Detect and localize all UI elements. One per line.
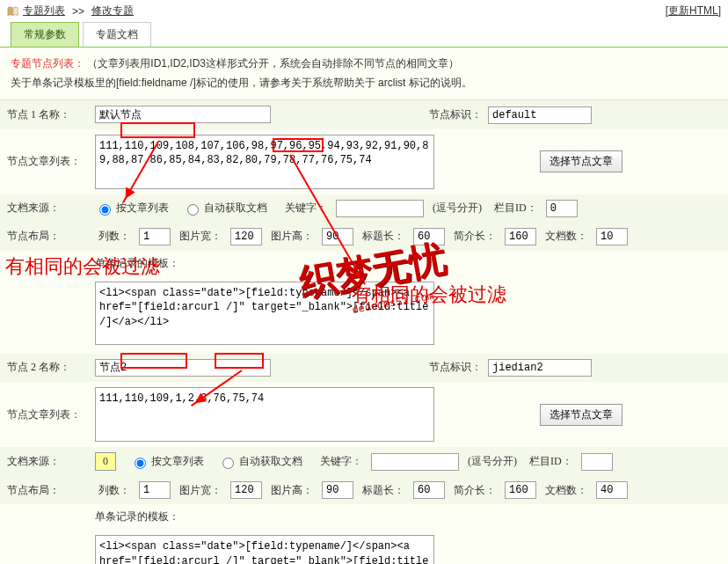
node1-imgw-input[interactable] [230,228,262,245]
node2-imgh-input[interactable] [322,481,353,499]
node1-cols-input[interactable] [139,228,171,245]
node1-layout-label: 节点布局： [0,223,88,251]
node2-layout-label: 节点布局： [0,476,88,504]
hint-line1: （文章列表用ID1,ID2,ID3这样形式分开，系统会自动排除不同节点的相同文章… [87,57,459,70]
update-html-link[interactable]: [更新HTML] [666,4,721,18]
node2-doccount-input[interactable] [596,481,628,499]
breadcrumb-sep: >> [72,5,84,18]
node2-template-textarea[interactable] [95,535,434,564]
node2-name-label: 节点 2 名称： [0,354,88,383]
breadcrumb-edit-link[interactable]: 修改专题 [91,4,134,18]
node2-articles-label: 节点文章列表： [0,382,88,447]
node2-mark-input[interactable] [488,359,592,377]
node1-introlen-input[interactable] [505,228,536,245]
node2-select-articles-button[interactable]: 选择节点文章 [540,404,622,426]
node1-imgh-input[interactable] [322,228,353,245]
node2-source-auto-radio[interactable]: 自动获取文档 [218,454,302,469]
node2-mark-label: 节点标识： [429,361,482,373]
node1-mark-label: 节点标识： [429,108,482,121]
node2-titlelen-input[interactable] [413,481,445,499]
hint-bar: 专题节点列表： （文章列表用ID1,ID2,ID3这样形式分开，系统会自动排除不… [0,48,728,100]
hint-title: 专题节点列表： [11,57,84,70]
node2-imgw-input[interactable] [230,481,262,499]
node1-articles-textarea[interactable] [95,135,434,189]
keyword-label: 关键字： [285,201,327,216]
node1-titlelen-input[interactable] [413,228,445,245]
book-icon [7,6,19,17]
node1-mark-input[interactable] [488,106,592,124]
tabs: 常规参数 专题文档 [0,22,728,48]
node2-source-list-radio[interactable]: 按文章列表 [130,454,204,469]
node1-template-textarea[interactable] [95,282,434,345]
node2-introlen-input[interactable] [505,481,536,499]
node1-articles-label: 节点文章列表： [0,129,88,194]
node1-select-articles-button[interactable]: 选择节点文章 [540,150,622,172]
node1-template-label: 单条记录的模板： [88,251,728,276]
node2-name-input[interactable] [95,359,271,377]
node1-name-label: 节点 1 名称： [0,100,88,129]
column-id-label: 栏目ID： [494,201,537,216]
node1-doccount-input[interactable] [596,228,628,245]
node1-source-auto-radio[interactable]: 自动获取文档 [183,201,267,216]
node1-source-list-radio[interactable]: 按文章列表 [95,201,169,216]
breadcrumb: 专题列表 >> 修改专题 [7,4,134,18]
node1-keyword-input[interactable] [336,200,424,217]
tab-general[interactable]: 常规参数 [11,22,79,47]
node2-highlight-zero: 0 [95,452,116,471]
keyword-hint: (逗号分开) [433,201,482,216]
node2-articles-textarea[interactable] [95,387,434,442]
node2-keyword-input[interactable] [371,453,459,471]
node1-columnid-input[interactable] [546,200,578,217]
hint-line2: 关于单条记录模板里的[field:fieldname /]标记的使用，请参考关于… [11,77,472,89]
node2-cols-input[interactable] [139,481,171,499]
tab-docs[interactable]: 专题文档 [83,22,151,47]
node2-source-label: 文档来源： [0,447,88,476]
node1-source-label: 文档来源： [0,194,88,223]
breadcrumb-list-link[interactable]: 专题列表 [23,4,65,18]
node1-name-input[interactable] [95,106,271,123]
node2-template-label: 单条记录的模板： [88,504,728,530]
page-header: 专题列表 >> 修改专题 [更新HTML] [0,0,728,22]
node2-columnid-input[interactable] [581,453,613,471]
